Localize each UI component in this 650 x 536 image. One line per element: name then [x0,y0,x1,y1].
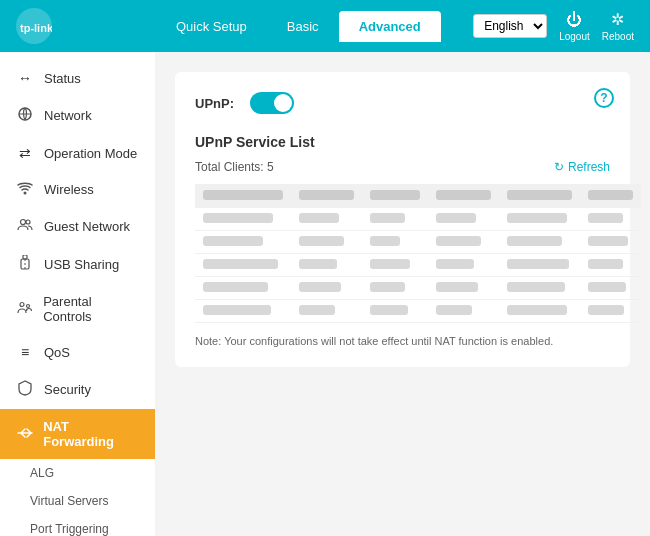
operation-mode-icon: ⇄ [16,145,34,161]
table-row [195,208,641,231]
col-status [580,184,641,208]
header-right: English ⏻ Logout ✲ Reboot [473,10,634,42]
tab-quick-setup[interactable]: Quick Setup [156,11,267,42]
table-header [195,184,641,208]
logo: tp-link [16,8,156,44]
col-ip-addr [499,184,580,208]
svg-point-10 [26,304,29,307]
upnp-toggle-row: UPnP: [195,92,610,114]
nat-forwarding-icon [16,426,33,443]
status-icon: ↔ [16,70,34,86]
total-clients-row: Total Clients: 5 ↻ Refresh [195,160,610,174]
table-row [195,300,641,323]
sidebar-label-security: Security [44,382,91,397]
svg-text:tp-link: tp-link [20,22,52,34]
refresh-button[interactable]: ↻ Refresh [554,160,610,174]
sidebar-item-guest-network[interactable]: Guest Network [0,208,155,245]
svg-rect-7 [23,255,27,259]
tab-basic[interactable]: Basic [267,11,339,42]
upnp-table [195,184,641,323]
logout-button[interactable]: ⏻ Logout [559,11,590,42]
col-protocol [362,184,428,208]
tp-link-logo-icon: tp-link [16,8,52,44]
network-icon [16,106,34,125]
main-layout: ↔ Status Network ⇄ Operation Mode Wirele… [0,52,650,536]
logout-label: Logout [559,31,590,42]
content-area: ? UPnP: UPnP Service List Total Clients:… [155,52,650,536]
sidebar-label-parental-controls: Parental Controls [43,294,139,324]
sidebar-sub-alg[interactable]: ALG [0,459,155,487]
sidebar-sub-port-triggering[interactable]: Port Triggering [0,515,155,536]
nav-tabs: Quick Setup Basic Advanced [156,11,473,42]
svg-point-3 [24,192,27,195]
refresh-icon: ↻ [554,160,564,174]
guest-network-icon [16,218,34,235]
col-int-port [428,184,499,208]
sidebar-label-wireless: Wireless [44,182,94,197]
table-body [195,208,641,323]
service-list-title: UPnP Service List [195,134,610,150]
reboot-icon: ✲ [611,10,624,29]
usb-sharing-icon [16,255,34,274]
reboot-button[interactable]: ✲ Reboot [602,10,634,42]
logout-icon: ⏻ [566,11,582,29]
upnp-toggle-label: UPnP: [195,96,234,111]
sidebar-item-wireless[interactable]: Wireless [0,171,155,208]
sidebar-label-operation-mode: Operation Mode [44,146,137,161]
help-icon[interactable]: ? [594,88,614,108]
sidebar-item-status[interactable]: ↔ Status [0,60,155,96]
col-app-desc [195,184,291,208]
header: tp-link Quick Setup Basic Advanced Engli… [0,0,650,52]
sub-label-port-triggering: Port Triggering [30,522,109,536]
col-ext-port [291,184,362,208]
note-text: Note: Your configurations will not take … [195,335,610,347]
sidebar-item-qos[interactable]: ≡ QoS [0,334,155,370]
sidebar-item-usb-sharing[interactable]: USB Sharing [0,245,155,284]
sidebar: ↔ Status Network ⇄ Operation Mode Wirele… [0,52,155,536]
table-row [195,231,641,254]
sidebar-label-usb-sharing: USB Sharing [44,257,119,272]
sidebar-sub-virtual-servers[interactable]: Virtual Servers [0,487,155,515]
qos-icon: ≡ [16,344,34,360]
sidebar-item-security[interactable]: Security [0,370,155,409]
upnp-card: ? UPnP: UPnP Service List Total Clients:… [175,72,630,367]
sidebar-item-operation-mode[interactable]: ⇄ Operation Mode [0,135,155,171]
svg-point-5 [26,220,30,224]
reboot-label: Reboot [602,31,634,42]
table-row [195,254,641,277]
sidebar-item-network[interactable]: Network [0,96,155,135]
sidebar-label-guest-network: Guest Network [44,219,130,234]
sidebar-label-nat-forwarding: NAT Forwarding [43,419,139,449]
parental-controls-icon [16,301,33,318]
language-select[interactable]: English [473,14,547,38]
wireless-icon [16,181,34,198]
svg-point-9 [20,302,24,306]
sidebar-label-qos: QoS [44,345,70,360]
sidebar-item-nat-forwarding[interactable]: NAT Forwarding [0,409,155,459]
sidebar-item-parental-controls[interactable]: Parental Controls [0,284,155,334]
toggle-knob [274,94,292,112]
total-clients-label: Total Clients: 5 [195,160,274,174]
sidebar-label-status: Status [44,71,81,86]
svg-point-4 [21,220,26,225]
security-icon [16,380,34,399]
sidebar-label-network: Network [44,108,92,123]
tab-advanced[interactable]: Advanced [339,11,441,42]
sub-label-virtual-servers: Virtual Servers [30,494,108,508]
table-row [195,277,641,300]
sub-label-alg: ALG [30,466,54,480]
upnp-toggle[interactable] [250,92,294,114]
refresh-label: Refresh [568,160,610,174]
